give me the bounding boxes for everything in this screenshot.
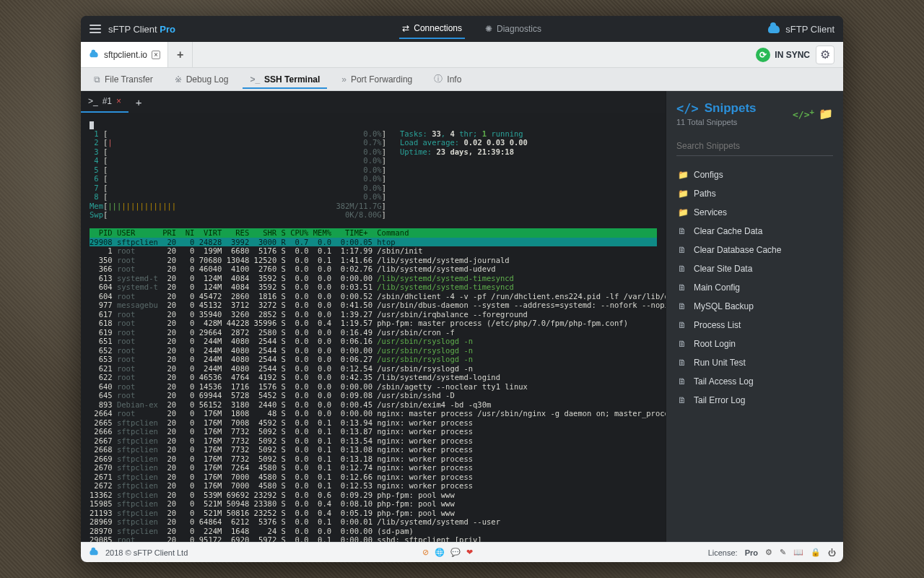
sync-status: ⟳ IN SYNC [756, 48, 810, 62]
add-folder-icon[interactable]: 📁 [819, 107, 833, 121]
folder-icon: 📁 [678, 170, 688, 180]
file-icon: 🗎 [678, 301, 688, 311]
snippet-file[interactable]: 🗎Tail Error Log [676, 393, 833, 407]
status-icon-chat[interactable]: 💬 [450, 548, 461, 557]
cloud-icon [768, 25, 780, 33]
terminal-prompt-icon: >_ [88, 96, 98, 106]
file-transfer-icon: ⧉ [94, 74, 100, 85]
close-icon[interactable]: × [152, 51, 160, 59]
brand-right-label: sFTP Client [785, 24, 834, 35]
file-icon: 🗎 [678, 282, 688, 293]
file-icon: 🗎 [678, 320, 688, 330]
status-icon-heart[interactable]: ❤ [466, 548, 473, 557]
file-icon: 🗎 [678, 339, 688, 349]
connection-tab[interactable]: sftpclient.io × [81, 42, 168, 67]
cloud-icon [90, 52, 97, 58]
file-icon: 🗎 [678, 358, 688, 368]
snippet-folder[interactable]: 📁Paths [676, 186, 833, 201]
snippets-title: </> Snippets [676, 101, 757, 116]
add-terminal-tab[interactable]: + [128, 96, 149, 108]
terminal-output[interactable]: 1 [ 0.0%] Tasks: 33, 4 thr; 1 running 2 … [81, 113, 666, 542]
settings-icon[interactable]: ⚙ [765, 548, 772, 557]
status-icon-block[interactable]: ⊘ [422, 548, 429, 557]
snippet-file[interactable]: 🗎MySQL Backup [676, 299, 833, 314]
settings-button[interactable]: ⚙ [816, 46, 834, 64]
license-value: Pro [745, 548, 758, 557]
snippet-file[interactable]: 🗎Clear Site Data [676, 262, 833, 276]
snippet-file[interactable]: 🗎Clear Database Cache [676, 243, 833, 257]
sync-icon: ⟳ [756, 48, 770, 62]
nav-connections[interactable]: ⇄ Connections [399, 19, 465, 39]
folder-icon: 📁 [678, 207, 688, 217]
connections-icon: ⇄ [402, 23, 409, 33]
copyright: 2018 © sFTP Client Ltd [105, 548, 188, 557]
snippet-file[interactable]: 🗎Process List [676, 318, 833, 332]
add-connection-tab[interactable]: + [168, 42, 193, 67]
gear-icon: ⚙ [820, 48, 830, 61]
status-icon-globe[interactable]: 🌐 [435, 548, 445, 557]
menu-icon[interactable] [90, 25, 101, 33]
snippet-folder[interactable]: 📁Services [676, 205, 833, 220]
power-icon[interactable]: ⏻ [828, 548, 836, 557]
connection-tab-label: sftpclient.io [104, 50, 147, 60]
snippets-count: 11 Total Snippets [676, 118, 757, 126]
tab-port-forwarding[interactable]: »Port Forwarding [334, 70, 419, 89]
info-icon: ⓘ [434, 73, 443, 85]
tab-file-transfer[interactable]: ⧉File Transfer [87, 70, 160, 89]
cloud-icon [90, 550, 97, 556]
terminal-icon: >_ [250, 74, 260, 85]
file-icon: 🗎 [678, 376, 688, 387]
file-icon: 🗎 [678, 395, 688, 405]
snippet-file[interactable]: 🗎Clear Cache Data [676, 224, 833, 238]
tab-debug-log[interactable]: ※Debug Log [167, 70, 236, 89]
snippet-file[interactable]: 🗎Main Config [676, 280, 833, 295]
search-snippets-input[interactable] [676, 137, 833, 156]
snippet-file[interactable]: 🗎Root Login [676, 337, 833, 351]
license-label: License: [708, 548, 738, 557]
tab-info[interactable]: ⓘInfo [427, 69, 468, 90]
nav-diagnostics[interactable]: ✺ Diagnostics [482, 19, 544, 39]
debug-icon: ※ [175, 74, 182, 85]
forward-icon: » [341, 74, 346, 85]
snippet-folder[interactable]: 📁Configs [676, 168, 833, 182]
file-icon: 🗎 [678, 226, 688, 236]
diagnostics-icon: ✺ [485, 24, 492, 34]
lock-icon[interactable]: 🔒 [811, 548, 821, 557]
book-icon[interactable]: 📖 [793, 548, 803, 557]
file-icon: 🗎 [678, 264, 688, 274]
app-title: sFTP Client Pro [108, 24, 175, 35]
snippet-file[interactable]: 🗎Tail Access Log [676, 374, 833, 389]
snippet-file[interactable]: 🗎Run Unit Test [676, 355, 833, 370]
tab-ssh-terminal[interactable]: >_SSH Terminal [243, 70, 327, 89]
folder-icon: 📁 [678, 189, 688, 199]
code-icon: </> [676, 101, 699, 116]
close-icon[interactable]: × [116, 96, 121, 106]
terminal-tab-1[interactable]: >_ #1 × [81, 91, 128, 113]
brush-icon[interactable]: ✎ [780, 548, 786, 557]
file-icon: 🗎 [678, 245, 688, 255]
add-snippet-icon[interactable]: </>+ [793, 107, 814, 120]
